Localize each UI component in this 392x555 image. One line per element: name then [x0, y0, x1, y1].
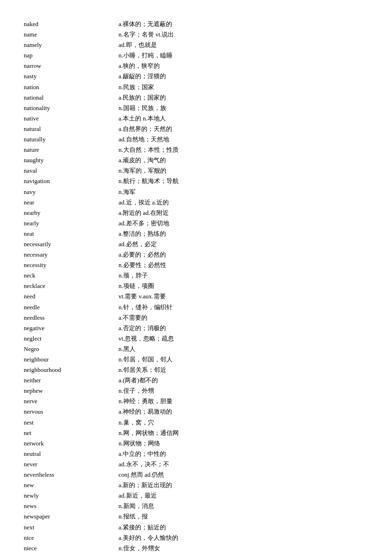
- word: new: [24, 480, 119, 490]
- list-item: neverad.永不，决不；不: [24, 459, 368, 470]
- list-item: neithera.(两者)都不的: [24, 375, 368, 386]
- list-item: nervousa.神经的；易激动的: [24, 407, 368, 417]
- definition: n.邻居，邻国，邻人: [119, 354, 368, 365]
- definition: n.网，网状物；通信网: [119, 428, 368, 438]
- definition: a.紧接的；贴近的: [119, 522, 368, 533]
- list-item: needlessa.不需要的: [24, 313, 368, 323]
- word: nasty: [24, 71, 119, 82]
- definition: vt.需要 v.aux.需要: [119, 291, 368, 302]
- word: namely: [24, 40, 119, 50]
- list-item: newlyad.新近，最近: [24, 490, 368, 501]
- definition: a.不需要的: [119, 313, 368, 323]
- list-item: neighbourhoodn.邻居关系；邻近: [24, 365, 368, 375]
- definition: n.航行；航海术；导航: [119, 176, 368, 186]
- word: nearly: [24, 218, 119, 229]
- word: newly: [24, 490, 119, 501]
- definition: n.大自然；本性；性质: [119, 145, 368, 155]
- list-item: netn.网，网状物；通信网: [24, 428, 368, 438]
- list-item: narrowa.狭的，狭窄的: [24, 61, 368, 71]
- list-item: necessarya.必要的；必然的: [24, 250, 368, 260]
- definition: a.必要的；必然的: [119, 250, 368, 260]
- definition: a.本土的 n.本地人: [119, 113, 368, 124]
- list-item: neighbourn.邻居，邻国，邻人: [24, 354, 368, 365]
- word: neglect: [24, 333, 119, 344]
- word: nevertheless: [24, 470, 119, 480]
- list-item: neata.整洁的；熟练的: [24, 229, 368, 239]
- list-item: nerven.神经；勇敢，胆量: [24, 396, 368, 407]
- list-item: necklacen.项链，项圈: [24, 281, 368, 291]
- definition: a.美好的，令人愉快的: [119, 533, 368, 543]
- list-item: nativea.本土的 n.本地人: [24, 113, 368, 124]
- list-item: nastya.龌龊的；淫猥的: [24, 71, 368, 82]
- word: next: [24, 522, 119, 533]
- word: needle: [24, 302, 119, 313]
- definition: n.巢，窝，穴: [119, 417, 368, 428]
- definition: a.自然界的；天然的: [119, 124, 368, 134]
- list-item: napn.小睡，打盹，瞌睡: [24, 50, 368, 61]
- definition: n.颈，脖子: [119, 270, 368, 281]
- word: naval: [24, 166, 119, 176]
- definition: n.国籍；民族，族: [119, 103, 368, 113]
- definition: n.邻居关系；邻近: [119, 365, 368, 375]
- word: narrow: [24, 61, 119, 71]
- word: neck: [24, 270, 119, 281]
- list-item: nephewn.侄子，外甥: [24, 386, 368, 396]
- definition: n.民族；国家: [119, 82, 368, 92]
- word: naked: [24, 19, 119, 29]
- definition: a.龌龊的；淫猥的: [119, 71, 368, 82]
- definition: a.(两者)都不的: [119, 375, 368, 386]
- definition: a.否定的；消极的: [119, 323, 368, 333]
- word: neutral: [24, 449, 119, 459]
- list-item: namelyad.即，也就是: [24, 40, 368, 50]
- list-item: neglectvt.忽视，忽略；疏忽: [24, 333, 368, 344]
- word: national: [24, 92, 119, 103]
- definition: ad.差不多；密切地: [119, 218, 368, 229]
- list-item: Negron.黑人: [24, 344, 368, 354]
- word: name: [24, 29, 119, 40]
- list-item: niecen.侄女，外甥女: [24, 543, 368, 554]
- definition: n.报纸，报: [119, 511, 368, 522]
- definition: a.顽皮的，淘气的: [119, 155, 368, 166]
- list-item: nationala.民族的；国家的: [24, 92, 368, 103]
- word: never: [24, 459, 119, 470]
- definition: a.狭的，狭窄的: [119, 61, 368, 71]
- list-item: naughtya.顽皮的，淘气的: [24, 155, 368, 166]
- definition: n.必要性；必然性: [119, 260, 368, 270]
- definition: a.附近的 ad.在附近: [119, 208, 368, 218]
- list-item: nearad.近，挨近 a.近的: [24, 197, 368, 208]
- word: neighbourhood: [24, 365, 119, 375]
- list-item: nexta.紧接的；贴近的: [24, 522, 368, 533]
- list-item: nakeda.裸体的；无遮蔽的: [24, 19, 368, 29]
- dictionary-list: nakeda.裸体的；无遮蔽的namen.名字；名誉 vt.说出namelyad…: [24, 19, 368, 555]
- definition: n.小睡，打盹，瞌睡: [119, 50, 368, 61]
- list-item: nicea.美好的，令人愉快的: [24, 533, 368, 543]
- definition: n.网状物；网络: [119, 438, 368, 449]
- list-item: nationn.民族；国家: [24, 82, 368, 92]
- list-item: nationalityn.国籍；民族，族: [24, 103, 368, 113]
- list-item: nestn.巢，窝，穴: [24, 417, 368, 428]
- word: needless: [24, 313, 119, 323]
- definition: conj.然而 ad.仍然: [119, 470, 368, 480]
- list-item: nearlyad.差不多；密切地: [24, 218, 368, 229]
- list-item: naturala.自然界的；天然的: [24, 124, 368, 134]
- word: navy: [24, 187, 119, 197]
- list-item: necessarilyad.必然，必定: [24, 239, 368, 250]
- list-item: networkn.网状物；网络: [24, 438, 368, 449]
- definition: ad.自然地；天然地: [119, 134, 368, 145]
- definition: vt.忽视，忽略；疏忽: [119, 333, 368, 344]
- word: navigation: [24, 176, 119, 186]
- list-item: needlen.针，缝补，编织针: [24, 302, 368, 313]
- definition: ad.永不，决不；不: [119, 459, 368, 470]
- word: nice: [24, 533, 119, 543]
- word: nest: [24, 417, 119, 428]
- word: nature: [24, 145, 119, 155]
- word: Negro: [24, 344, 119, 354]
- list-item: necessityn.必要性；必然性: [24, 260, 368, 270]
- definition: a.整洁的；熟练的: [119, 229, 368, 239]
- list-item: navyn.海军: [24, 187, 368, 197]
- list-item: newsn.新闻，消息: [24, 501, 368, 511]
- definition: a.中立的；中性的: [119, 449, 368, 459]
- list-item: naturen.大自然；本性；性质: [24, 145, 368, 155]
- word: nephew: [24, 386, 119, 396]
- list-item: neutrala.中立的；中性的: [24, 449, 368, 459]
